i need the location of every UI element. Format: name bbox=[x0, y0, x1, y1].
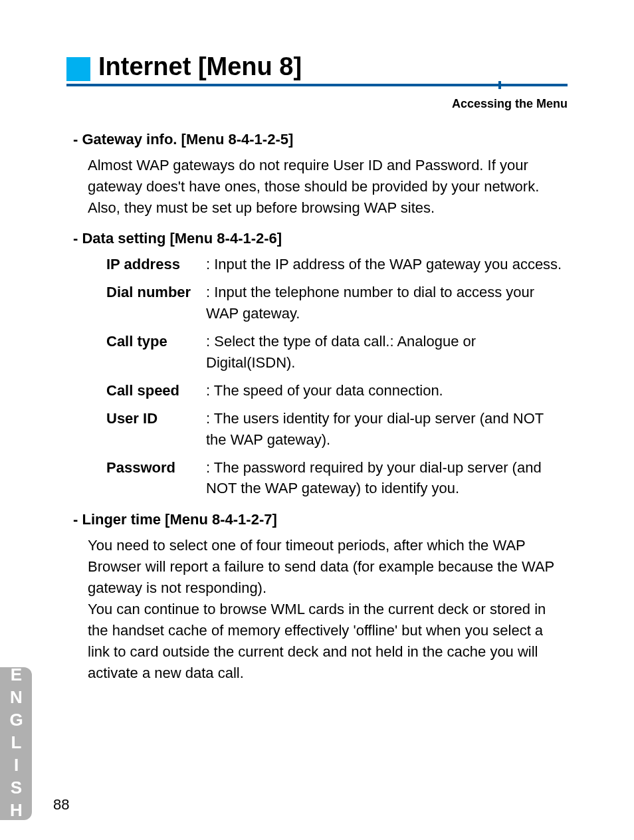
section-heading-linger: - Linger time [Menu 8-4-1-2-7] bbox=[73, 511, 568, 528]
def-row: Password : The password required by your… bbox=[106, 457, 568, 500]
definition-table: IP address : Input the IP address of the… bbox=[106, 254, 568, 499]
def-desc: : The password required by your dial-up … bbox=[206, 457, 568, 500]
def-desc: : Select the type of data call.: Analogu… bbox=[206, 331, 568, 373]
section-heading-data-setting: - Data setting [Menu 8-4-1-2-6] bbox=[73, 230, 568, 247]
section-linger: - Linger time [Menu 8-4-1-2-7] You need … bbox=[73, 511, 568, 683]
subhead: Accessing the Menu bbox=[66, 97, 568, 111]
section-body-linger: You need to select one of four timeout p… bbox=[88, 535, 568, 683]
def-term: Password bbox=[106, 457, 206, 478]
page: Internet [Menu 8] Accessing the Menu - G… bbox=[0, 0, 634, 840]
def-row: Dial number : Input the telephone number… bbox=[106, 282, 568, 324]
def-desc: : The users identity for your dial-up se… bbox=[206, 408, 568, 451]
language-tab-label: ENGLISH bbox=[6, 665, 27, 823]
def-term: Dial number bbox=[106, 282, 206, 303]
page-title: Internet [Menu 8] bbox=[98, 53, 302, 84]
def-row: Call type : Select the type of data call… bbox=[106, 331, 568, 373]
def-row: User ID : The users identity for your di… bbox=[106, 408, 568, 451]
section-data-setting: - Data setting [Menu 8-4-1-2-6] IP addre… bbox=[73, 230, 568, 499]
def-term: IP address bbox=[106, 254, 206, 275]
section-heading-gateway: - Gateway info. [Menu 8-4-1-2-5] bbox=[73, 131, 568, 148]
title-row: Internet [Menu 8] bbox=[66, 53, 568, 86]
def-desc: : Input the telephone number to dial to … bbox=[206, 282, 568, 324]
section-body-gateway: Almost WAP gateways do not require User … bbox=[88, 155, 568, 219]
language-tab: ENGLISH bbox=[0, 667, 32, 820]
title-bullet-icon bbox=[66, 57, 90, 81]
section-gateway: - Gateway info. [Menu 8-4-1-2-5] Almost … bbox=[73, 131, 568, 219]
page-number: 88 bbox=[53, 796, 69, 813]
def-desc: : The speed of your data connection. bbox=[206, 380, 568, 401]
def-term: Call type bbox=[106, 331, 206, 352]
def-row: Call speed : The speed of your data conn… bbox=[106, 380, 568, 401]
def-term: User ID bbox=[106, 408, 206, 429]
def-term: Call speed bbox=[106, 380, 206, 401]
def-desc: : Input the IP address of the WAP gatewa… bbox=[206, 254, 568, 275]
def-row: IP address : Input the IP address of the… bbox=[106, 254, 568, 275]
title-tick-icon bbox=[498, 81, 501, 89]
